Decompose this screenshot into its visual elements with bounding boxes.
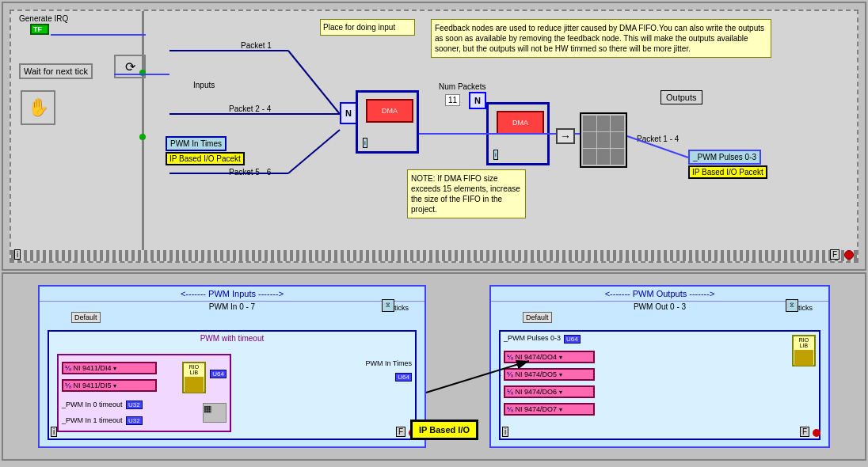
u64-block-right: U64 bbox=[564, 335, 581, 344]
i-label-left: i bbox=[51, 427, 57, 437]
hand-icon: ✋ bbox=[28, 97, 49, 118]
loop-icon: ⟳ bbox=[125, 59, 135, 74]
pwm-out-range: PWM Out 0 - 3 bbox=[491, 302, 828, 312]
pwm-pulses-label-bottom: _PWM Pulses 0-3 bbox=[501, 332, 819, 344]
riolib-inner-right bbox=[794, 350, 813, 366]
ip-based-io-center[interactable]: IP Based I/O bbox=[410, 420, 478, 440]
svg-line-6 bbox=[288, 51, 340, 114]
f-label-right: F bbox=[800, 427, 809, 437]
pwm-in-times-label-bottom: PWM In Times bbox=[365, 359, 412, 367]
i-label-bottom: i bbox=[14, 249, 21, 260]
arrow-block: → bbox=[556, 128, 575, 144]
tf-block[interactable]: TF bbox=[30, 24, 49, 35]
ni9411-di4-block[interactable]: ⅟₈ NI 9411/DI4 ▾ bbox=[62, 362, 157, 374]
riolib-block-left: RIO LIB bbox=[182, 362, 206, 393]
default-box-left[interactable]: Default bbox=[71, 312, 101, 323]
green-dot-2 bbox=[139, 134, 146, 140]
wait-block: Wait for next tick bbox=[19, 63, 93, 79]
i-label-right: i bbox=[502, 427, 508, 437]
dma-inner: DMA bbox=[366, 99, 413, 123]
svg-line-8 bbox=[288, 130, 340, 173]
pwm-outputs-header: <------- PWM Outputs -------> bbox=[491, 287, 828, 302]
packet2-4-label: Packet 2 - 4 bbox=[229, 104, 271, 113]
n-block-left: N bbox=[340, 102, 357, 124]
u64-block-right-inner: U64 bbox=[395, 373, 412, 382]
f-label-left: F bbox=[396, 427, 405, 437]
default-box-right[interactable]: Default bbox=[523, 312, 552, 323]
green-dot-1 bbox=[139, 70, 146, 76]
num-value[interactable]: 11 bbox=[445, 94, 460, 106]
packet1-label: Packet 1 bbox=[241, 41, 272, 50]
pwm-in-times-block[interactable]: PWM In Times bbox=[166, 136, 227, 151]
pwm-pulses-block[interactable]: _PWM Pulses 0-3 bbox=[688, 150, 761, 165]
pwm-in1-timeout-label: _PWM In 1 timeout U32 bbox=[62, 416, 143, 424]
n-block-right: N bbox=[469, 92, 486, 109]
i-block-right: i bbox=[493, 150, 498, 160]
ni9411-di5-block[interactable]: ⅟₈ NI 9411/DI5 ▾ bbox=[62, 379, 157, 392]
ticks-label-right: ticks bbox=[798, 304, 813, 312]
packet1-4-label: Packet 1 - 4 bbox=[637, 135, 679, 143]
grid-cell bbox=[611, 149, 624, 165]
grid-cell bbox=[583, 132, 596, 148]
dma-note: NOTE: If DMA FIFO size exceeds 15 elemen… bbox=[407, 169, 526, 218]
i-block-left: i bbox=[363, 138, 367, 148]
pwm-with-timeout-label: PWM with timeout bbox=[49, 332, 415, 345]
bottom-panel-inner: <------- PWM Inputs -------> PWM In 0 - … bbox=[6, 277, 862, 456]
ticks-icon-left: ⧖ bbox=[382, 299, 394, 312]
irq-title: Generate IRQ bbox=[19, 14, 68, 23]
stop-indicator-top bbox=[844, 250, 854, 260]
num-packets-label: Num Packets bbox=[439, 82, 485, 91]
bottom-bar bbox=[11, 250, 857, 261]
riolib-inner bbox=[185, 377, 204, 393]
pwm-outputs-panel: <------- PWM Outputs -------> PWM Out 0 … bbox=[489, 285, 830, 448]
ticks-label-left: ticks bbox=[394, 304, 409, 312]
pwm-in-range: PWM In 0 - 7 bbox=[40, 302, 424, 312]
input-label: Place for doing input bbox=[320, 19, 415, 36]
ip-based-packet1[interactable]: IP Based I/O Pacekt bbox=[166, 152, 245, 165]
grid-cell bbox=[611, 132, 624, 148]
grid-cell bbox=[583, 116, 596, 131]
pwm-in0-timeout-label: _PWM In 0 timeout U32 bbox=[62, 401, 143, 408]
dma-block-left: DMA i bbox=[356, 90, 419, 154]
grid-cell bbox=[583, 149, 596, 165]
ni9474-do6-block[interactable]: ⅟₈ NI 9474/DO6 ▾ bbox=[504, 385, 595, 398]
pwm-inputs-header: <------- PWM Inputs -------> bbox=[40, 287, 424, 302]
pwm-timeout-box: ⅟₈ NI 9411/DI4 ▾ ⅟₈ NI 9411/DI5 ▾ RIO LI… bbox=[57, 354, 231, 432]
pwm-inputs-panel: <------- PWM Inputs -------> PWM In 0 - … bbox=[38, 285, 426, 448]
dma-block-right: DMA i bbox=[486, 102, 550, 165]
pwm-inner-box-left: PWM with timeout ⅟₈ NI 9411/DI4 ▾ ⅟₈ NI … bbox=[48, 330, 417, 440]
u64-block-left: U64 bbox=[210, 370, 227, 378]
stop-dot-right bbox=[813, 429, 820, 437]
f-label-top: F bbox=[830, 249, 839, 260]
outputs-label: Outputs bbox=[661, 90, 702, 104]
feedback-note: Feedback nodes are used to reduce jitter… bbox=[431, 19, 771, 58]
riolib-block-right: RIO LIB bbox=[792, 335, 816, 366]
grid-cell bbox=[597, 149, 611, 165]
stop-hand-block[interactable]: ✋ bbox=[21, 90, 55, 125]
top-panel-inner: Feedback nodes are used to reduce jitter… bbox=[10, 9, 858, 263]
grid-cell bbox=[611, 116, 624, 131]
grid-cell bbox=[597, 116, 611, 131]
top-panel: Feedback nodes are used to reduce jitter… bbox=[2, 2, 866, 271]
ni9474-do7-block[interactable]: ⅟₈ NI 9474/DO7 ▾ bbox=[504, 403, 595, 416]
ni9474-do4-block[interactable]: ⅟₈ NI 9474/DO4 ▾ bbox=[504, 351, 595, 363]
ticks-icon-right: ⧖ bbox=[786, 299, 798, 312]
dma-inner-right: DMA bbox=[497, 111, 544, 135]
ni9474-do5-block[interactable]: ⅟₈ NI 9474/DO5 ▾ bbox=[504, 368, 595, 381]
inputs-label: Inputs bbox=[193, 81, 215, 89]
pwm-inner-box-right: _PWM Pulses 0-3 U64 RIO LIB ⅟₈ NI 9474/D… bbox=[499, 330, 820, 440]
u32-block-1: U32 bbox=[126, 401, 143, 409]
ip-based-packet2[interactable]: IP Based I/O Pacekt bbox=[688, 165, 767, 179]
grid-cell bbox=[597, 132, 611, 148]
bottom-panel: <------- PWM Inputs -------> PWM In 0 - … bbox=[2, 272, 866, 461]
misc-block-left: ▦ bbox=[203, 403, 227, 423]
packet5-6-label: Packet 5 - 6 bbox=[229, 168, 271, 177]
grid-block bbox=[580, 112, 627, 168]
u32-block-2: U32 bbox=[126, 416, 143, 425]
